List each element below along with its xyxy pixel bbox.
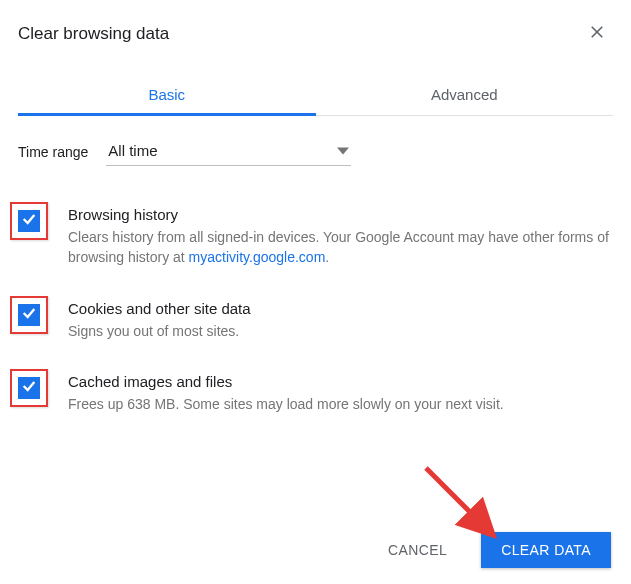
option-description: Signs you out of most sites. xyxy=(68,321,613,341)
timerange-select[interactable]: All time xyxy=(106,138,351,166)
dialog-title: Clear browsing data xyxy=(18,24,169,44)
option-title: Cached images and files xyxy=(68,373,613,390)
highlight-frame xyxy=(10,202,48,240)
timerange-value: All time xyxy=(108,142,157,159)
tabs: Basic Advanced xyxy=(18,72,613,116)
option-title: Browsing history xyxy=(68,206,613,223)
tab-advanced[interactable]: Advanced xyxy=(316,72,614,115)
option-cache: Cached images and files Frees up 638 MB.… xyxy=(18,369,613,414)
option-description: Frees up 638 MB. Some sites may load mor… xyxy=(68,394,613,414)
checkbox-browsing-history[interactable] xyxy=(18,210,40,232)
highlight-frame xyxy=(10,369,48,407)
option-description: Clears history from all signed-in device… xyxy=(68,227,613,268)
clear-data-button[interactable]: Clear data xyxy=(481,532,611,568)
checkmark-icon xyxy=(21,378,37,398)
dropdown-arrow-icon xyxy=(337,145,349,157)
link-myactivity[interactable]: myactivity.google.com xyxy=(189,249,326,265)
option-cookies: Cookies and other site data Signs you ou… xyxy=(18,296,613,341)
close-icon xyxy=(588,23,606,45)
checkmark-icon xyxy=(21,211,37,231)
checkbox-cookies[interactable] xyxy=(18,304,40,326)
checkbox-cache[interactable] xyxy=(18,377,40,399)
svg-line-4 xyxy=(426,468,490,532)
svg-marker-2 xyxy=(337,147,349,154)
tab-basic[interactable]: Basic xyxy=(18,72,316,115)
option-browsing-history: Browsing history Clears history from all… xyxy=(18,202,613,268)
timerange-label: Time range xyxy=(18,144,88,160)
close-button[interactable] xyxy=(581,18,613,50)
option-title: Cookies and other site data xyxy=(68,300,613,317)
cancel-button[interactable]: Cancel xyxy=(368,532,467,568)
checkmark-icon xyxy=(21,305,37,325)
highlight-frame xyxy=(10,296,48,334)
